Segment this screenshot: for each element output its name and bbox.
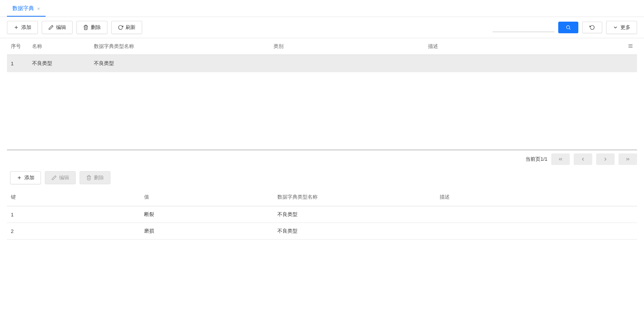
reset-icon bbox=[590, 25, 595, 30]
table-row[interactable]: 1 不良类型 不良类型 bbox=[7, 55, 637, 72]
search-input[interactable] bbox=[493, 23, 554, 32]
add-label: 添加 bbox=[21, 24, 31, 31]
refresh-button[interactable]: 刷新 bbox=[111, 21, 142, 34]
cell-typename: 不良类型 bbox=[274, 206, 436, 223]
reset-button[interactable] bbox=[582, 22, 602, 33]
lower-toolbar: 添加 编辑 删除 bbox=[0, 169, 644, 188]
col-seq[interactable]: 序号 bbox=[7, 38, 28, 55]
col-name[interactable]: 名称 bbox=[28, 38, 90, 55]
svg-line-3 bbox=[569, 29, 571, 30]
column-menu-icon[interactable] bbox=[628, 44, 633, 50]
search-icon bbox=[566, 25, 571, 30]
edit-button[interactable]: 编辑 bbox=[42, 21, 73, 34]
delete-label: 删除 bbox=[91, 24, 101, 31]
cell-key: 2 bbox=[7, 223, 140, 240]
col-key[interactable]: 键 bbox=[7, 188, 140, 206]
cell-name: 不良类型 bbox=[28, 55, 90, 72]
col-value[interactable]: 值 bbox=[140, 188, 274, 206]
cell-key: 1 bbox=[7, 206, 140, 223]
next-page-button[interactable] bbox=[596, 153, 615, 165]
cell-typename: 不良类型 bbox=[274, 223, 436, 240]
cell-desc bbox=[436, 223, 637, 240]
chevron-left-icon bbox=[580, 156, 586, 162]
cell-desc bbox=[424, 55, 624, 72]
cell-desc bbox=[436, 206, 637, 223]
cell-value: 磨损 bbox=[140, 223, 274, 240]
cell-seq: 1 bbox=[7, 55, 28, 72]
edit-icon bbox=[51, 175, 57, 180]
lower-table: 键 值 数据字典类型名称 描述 1 断裂 不良类型 2 磨损 不良类型 bbox=[7, 188, 637, 240]
chevron-right-icon bbox=[603, 156, 608, 162]
trash-icon bbox=[86, 175, 92, 180]
table-row[interactable]: 1 断裂 不良类型 bbox=[7, 206, 637, 223]
upper-toolbar: 添加 编辑 删除 刷新 更多 bbox=[0, 17, 644, 38]
more-button[interactable]: 更多 bbox=[606, 21, 637, 34]
chevron-down-icon bbox=[613, 25, 618, 30]
refresh-icon bbox=[118, 25, 123, 30]
page-label: 当前页1/1 bbox=[525, 156, 547, 163]
search-button[interactable] bbox=[558, 22, 578, 33]
cell-menu bbox=[624, 55, 637, 72]
more-label: 更多 bbox=[620, 24, 630, 31]
upper-table: 序号 名称 数据字典类型名称 类别 描述 1 不良类型 不良类型 bbox=[7, 38, 637, 72]
upper-table-header-row: 序号 名称 数据字典类型名称 类别 描述 bbox=[7, 38, 637, 55]
svg-point-2 bbox=[566, 26, 569, 29]
lower-delete-button[interactable]: 删除 bbox=[80, 171, 110, 184]
chevron-double-left-icon bbox=[558, 156, 563, 162]
lower-delete-label: 删除 bbox=[94, 174, 104, 181]
col-category[interactable]: 类别 bbox=[270, 38, 424, 55]
upper-table-scroll[interactable]: 序号 名称 数据字典类型名称 类别 描述 1 不良类型 不良类型 bbox=[7, 38, 637, 150]
lower-add-button[interactable]: 添加 bbox=[10, 171, 41, 184]
lower-add-label: 添加 bbox=[24, 174, 34, 181]
first-page-button[interactable] bbox=[551, 153, 570, 165]
add-button[interactable]: 添加 bbox=[7, 21, 38, 34]
lower-edit-label: 编辑 bbox=[59, 174, 69, 181]
tab-data-dictionary[interactable]: 数据字典 × bbox=[7, 0, 46, 17]
chevron-double-right-icon bbox=[625, 156, 630, 162]
close-icon[interactable]: × bbox=[37, 6, 40, 11]
last-page-button[interactable] bbox=[619, 153, 637, 165]
plus-icon bbox=[14, 25, 19, 30]
tab-label: 数据字典 bbox=[12, 5, 34, 12]
plus-icon bbox=[17, 175, 22, 180]
pagination: 当前页1/1 bbox=[0, 150, 644, 169]
edit-icon bbox=[48, 25, 54, 30]
cell-value: 断裂 bbox=[140, 206, 274, 223]
tab-bar: 数据字典 × bbox=[0, 0, 644, 17]
lower-edit-button[interactable]: 编辑 bbox=[45, 171, 76, 184]
lower-table-header-row: 键 值 数据字典类型名称 描述 bbox=[7, 188, 637, 206]
delete-button[interactable]: 删除 bbox=[76, 21, 107, 34]
upper-table-wrap: 序号 名称 数据字典类型名称 类别 描述 1 不良类型 不良类型 bbox=[0, 38, 644, 150]
edit-label: 编辑 bbox=[56, 24, 66, 31]
prev-page-button[interactable] bbox=[574, 153, 592, 165]
lower-table-wrap: 键 值 数据字典类型名称 描述 1 断裂 不良类型 2 磨损 不良类型 bbox=[0, 188, 644, 240]
refresh-label: 刷新 bbox=[126, 24, 136, 31]
trash-icon bbox=[83, 25, 88, 30]
table-row[interactable]: 2 磨损 不良类型 bbox=[7, 223, 637, 240]
col-desc[interactable]: 描述 bbox=[436, 188, 637, 206]
col-desc[interactable]: 描述 bbox=[424, 38, 624, 55]
col-typename[interactable]: 数据字典类型名称 bbox=[274, 188, 436, 206]
col-menu bbox=[624, 38, 637, 55]
cell-typename: 不良类型 bbox=[90, 55, 270, 72]
cell-category bbox=[270, 55, 424, 72]
col-typename[interactable]: 数据字典类型名称 bbox=[90, 38, 270, 55]
